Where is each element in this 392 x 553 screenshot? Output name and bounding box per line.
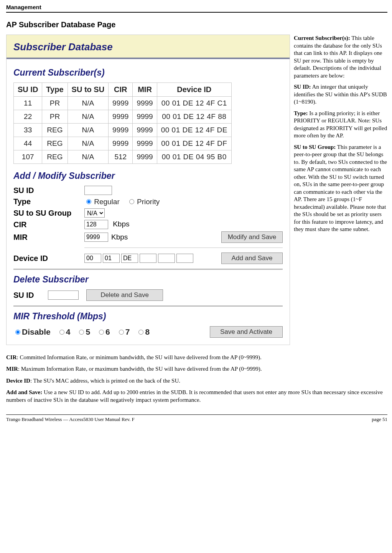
desc-mir: : Maximum Information Rate, or maximum b… <box>18 366 262 372</box>
mir-opt-disable-label: Disable <box>22 327 51 336</box>
dev-id-input-2[interactable] <box>121 254 138 263</box>
add-modify-title: Add / Modify Subscriber <box>13 171 283 181</box>
desc-device-id: : The SU's MAC address, which is printed… <box>30 378 180 384</box>
table-cell: N/A <box>68 97 109 110</box>
col-cir: CIR <box>109 83 133 97</box>
table-cell: 00 01 DE 12 4F C1 <box>157 97 231 110</box>
label-cir: CIR <box>13 220 84 229</box>
label-su-id: SU ID <box>13 186 84 195</box>
panel-title: Subscriber Database <box>13 41 283 53</box>
term-cir: CIR <box>6 354 17 360</box>
mir-opt-8-label: 8 <box>145 327 150 336</box>
table-cell: REG <box>42 137 68 150</box>
type-priority-radio[interactable] <box>129 199 134 204</box>
term-add-and-save: Add and Save: <box>6 389 42 395</box>
footer-left: Trango Broadband Wireless — Access5830 U… <box>6 416 135 423</box>
col-mir: MIR <box>133 83 157 97</box>
table-row: 11PRN/A9999999900 01 DE 12 4F C1 <box>14 97 232 110</box>
table-cell: REG <box>42 124 68 137</box>
label-su-to-su: SU to SU Group <box>13 209 84 218</box>
table-cell: 9999 <box>109 137 133 150</box>
mir-opt-5-label: 5 <box>86 327 90 336</box>
desc-cir: : Committed Information Rate, or minimum… <box>17 354 262 360</box>
desc-su-to-su: This parameter is a peer-to-peer group t… <box>294 144 387 233</box>
table-cell: 11 <box>14 97 42 110</box>
table-cell: 9999 <box>133 110 157 124</box>
save-activate-button[interactable]: Save and Activate <box>210 326 283 338</box>
table-row: 44REGN/A9999999900 01 DE 12 4F DF <box>14 137 232 150</box>
table-cell: 33 <box>14 124 42 137</box>
table-cell: 107 <box>14 150 42 164</box>
subscriber-table: SU ID Type SU to SU CIR MIR Device ID 11… <box>13 83 232 164</box>
dev-id-input-5[interactable] <box>176 254 193 263</box>
type-regular-radio[interactable] <box>86 199 91 204</box>
term-type: Type: <box>294 110 308 116</box>
dev-id-input-4[interactable] <box>158 254 175 263</box>
table-cell: 9999 <box>133 137 157 150</box>
subscriber-db-screenshot: Subscriber Database Current Subscriber(s… <box>6 35 290 345</box>
term-device-id: Device ID <box>6 378 30 384</box>
term-su-id: SU ID: <box>294 84 311 90</box>
dev-id-input-1[interactable] <box>103 254 120 263</box>
desc-type: Is a polling priority; it is either PRIO… <box>294 110 387 139</box>
label-type: Type <box>13 197 84 206</box>
term-su-to-su: SU to SU Group: <box>294 144 336 150</box>
page-heading: AP Subscriber Database Page <box>6 20 387 29</box>
delete-save-button[interactable]: Delete and Save <box>86 289 163 301</box>
table-cell: 00 01 DE 04 95 B0 <box>157 150 231 164</box>
table-cell: 9999 <box>109 124 133 137</box>
col-type: Type <box>42 83 68 97</box>
term-current-subscribers: Current Subscriber(s): <box>294 35 350 41</box>
mir-opt-7[interactable] <box>119 330 124 335</box>
col-su-to-su: SU to SU <box>68 83 109 97</box>
running-header: Management <box>6 4 387 13</box>
mir-opt-5[interactable] <box>79 330 84 335</box>
table-cell: 512 <box>109 150 133 164</box>
mir-opt-6-label: 6 <box>105 327 110 336</box>
table-cell: N/A <box>68 124 109 137</box>
label-device-id: Device ID <box>13 254 84 263</box>
term-mir: MIR <box>6 366 18 372</box>
table-cell: 44 <box>14 137 42 150</box>
table-cell: N/A <box>68 150 109 164</box>
table-cell: 00 01 DE 12 4F 88 <box>157 110 231 124</box>
cir-input[interactable] <box>84 220 108 229</box>
cir-unit: Kbps <box>113 220 129 228</box>
table-cell: 9999 <box>133 150 157 164</box>
table-cell: 22 <box>14 110 42 124</box>
dev-id-input-0[interactable] <box>84 254 101 263</box>
desc-add-and-save: Use a new SU ID to add. Add up to 2000 e… <box>6 389 383 403</box>
mir-input[interactable] <box>84 233 108 242</box>
desc-current-subscribers: This table contains the database for the… <box>294 35 382 79</box>
table-cell: PR <box>42 110 68 124</box>
table-cell: 9999 <box>133 124 157 137</box>
mir-opt-8[interactable] <box>138 330 143 335</box>
mir-opt-6[interactable] <box>99 330 104 335</box>
col-su-id: SU ID <box>14 83 42 97</box>
table-cell: 00 01 DE 12 4F DF <box>157 137 231 150</box>
dev-id-input-3[interactable] <box>140 254 156 263</box>
del-su-id-input[interactable] <box>48 291 79 300</box>
current-subscribers-title: Current Subscriber(s) <box>13 68 283 78</box>
mir-unit: Kbps <box>111 233 128 241</box>
add-save-button[interactable]: Add and Save <box>221 253 283 264</box>
mir-opt-disable[interactable] <box>15 330 20 335</box>
add-su-id-input[interactable] <box>84 186 112 195</box>
table-row: 33REGN/A9999999900 01 DE 12 4F DE <box>14 124 232 137</box>
mir-threshold-title: MIR Threshold (Mbps) <box>13 311 283 322</box>
label-mir: MIR <box>13 233 84 242</box>
col-device-id: Device ID <box>157 83 231 97</box>
mir-opt-4[interactable] <box>59 330 64 335</box>
modify-save-button[interactable]: Modify and Save <box>221 231 283 243</box>
below-paragraphs: CIR: Committed Information Rate, or mini… <box>6 353 387 404</box>
table-cell: 9999 <box>133 97 157 110</box>
table-cell: REG <box>42 150 68 164</box>
side-column: Current Subscriber(s): This table contai… <box>294 35 387 345</box>
type-regular-label: Regular <box>94 198 120 206</box>
del-label-su-id: SU ID <box>13 291 48 300</box>
su-to-su-select[interactable]: N/A <box>84 208 105 218</box>
table-cell: PR <box>42 97 68 110</box>
footer-right: page 51 <box>372 416 387 423</box>
mir-opt-7-label: 7 <box>125 327 130 336</box>
table-row: 22PRN/A9999999900 01 DE 12 4F 88 <box>14 110 232 124</box>
